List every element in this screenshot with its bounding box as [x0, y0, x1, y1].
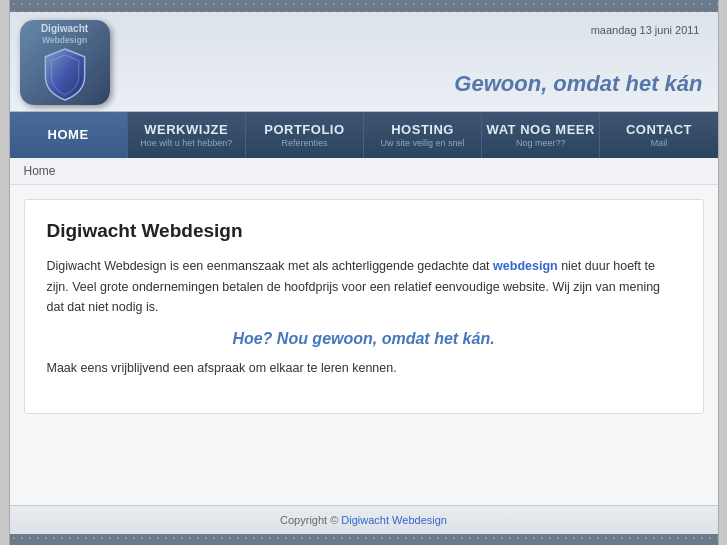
main-paragraph-1: Digiwacht Webdesign is een eenmanszaak m… — [47, 256, 681, 318]
site-header: Digiwacht Webdesign maandag 13 juni 2011… — [10, 12, 718, 112]
nav-label-portfolio: PORTFOLIO — [264, 122, 344, 137]
nav-item-portfolio[interactable]: PORTFOLIO Referenties — [246, 112, 364, 158]
nav-sublabel-werkwijze: Hoe wilt u het hebben? — [140, 138, 232, 148]
logo-shield-icon — [41, 47, 89, 102]
bottom-dot-pattern — [10, 534, 718, 545]
nav-label-home: HOME — [48, 127, 89, 142]
content-area: Digiwacht Webdesign Digiwacht Webdesign … — [10, 185, 718, 505]
site-footer: Copyright © Digiwacht Webdesign — [10, 505, 718, 534]
top-dot-pattern — [10, 0, 718, 12]
nav-sublabel-contact: Mail — [651, 138, 668, 148]
footer-copyright-before: Copyright © — [280, 514, 341, 526]
nav-label-watnog: WAT NOG MEER — [487, 122, 595, 137]
main-card: Digiwacht Webdesign Digiwacht Webdesign … — [24, 199, 704, 414]
para1-before: Digiwacht Webdesign is een eenmanszaak m… — [47, 259, 494, 273]
nav-item-watnog[interactable]: WAT NOG MEER Nog meer?? — [482, 112, 600, 158]
webdesign-link[interactable]: webdesign — [493, 259, 558, 273]
nav-item-home[interactable]: HOME — [10, 112, 128, 158]
nav-sublabel-hosting: Uw site veilig en snel — [381, 138, 465, 148]
nav-label-contact: CONTACT — [626, 122, 692, 137]
breadcrumb: Home — [10, 158, 718, 185]
page-title: Digiwacht Webdesign — [47, 220, 681, 242]
header-date: maandag 13 juni 2011 — [591, 24, 700, 36]
header-tagline: Gewoon, omdat het kán — [454, 71, 702, 97]
footer-link[interactable]: Digiwacht Webdesign — [341, 514, 447, 526]
main-paragraph-2: Maak eens vrijblijvend een afspraak om e… — [47, 358, 681, 379]
nav-label-hosting: HOSTING — [391, 122, 454, 137]
nav-item-werkwijze[interactable]: WERKWIJZE Hoe wilt u het hebben? — [128, 112, 246, 158]
logo[interactable]: Digiwacht Webdesign — [20, 20, 110, 105]
page-wrapper: Digiwacht Webdesign maandag 13 juni 2011… — [9, 0, 719, 545]
nav-item-contact[interactable]: CONTACT Mail — [600, 112, 717, 158]
breadcrumb-text: Home — [24, 164, 56, 178]
tagline-blue: Hoe? Nou gewoon, omdat het kán. — [47, 330, 681, 348]
nav-item-hosting[interactable]: HOSTING Uw site veilig en snel — [364, 112, 482, 158]
logo-text-bottom: Webdesign — [42, 35, 87, 45]
nav-label-werkwijze: WERKWIJZE — [144, 122, 228, 137]
nav-sublabel-watnog: Nog meer?? — [516, 138, 566, 148]
nav-sublabel-portfolio: Referenties — [281, 138, 327, 148]
logo-text-top: Digiwacht — [41, 23, 88, 35]
main-nav: HOME WERKWIJZE Hoe wilt u het hebben? PO… — [10, 112, 718, 158]
